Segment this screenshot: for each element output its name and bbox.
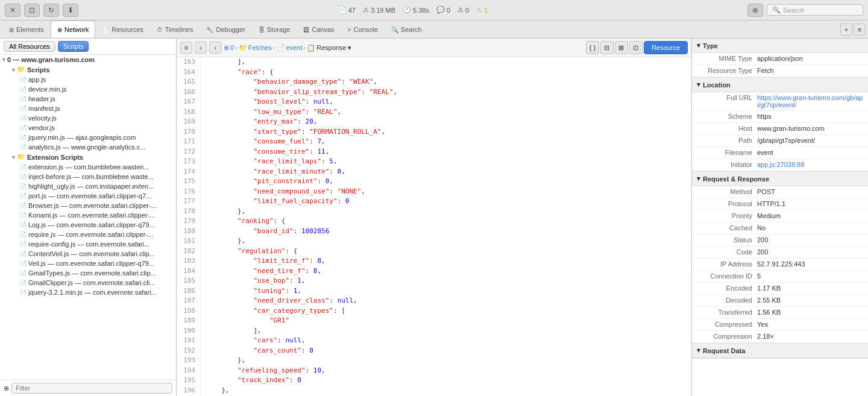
bubble-icon: 💬 <box>436 6 445 14</box>
list-item[interactable]: 📄 device.min.js <box>0 84 176 94</box>
search-box[interactable]: 🔍 Search <box>767 4 863 16</box>
sidebar-root[interactable]: ▾ 0 — www.gran-turismo.com <box>0 55 176 64</box>
list-item[interactable]: 📄 require.js — com.evernote.safari.clipp… <box>0 230 176 239</box>
tab-network[interactable]: ⊕ Network <box>51 20 95 38</box>
list-item[interactable]: 📄 Konami.js — com.evernote.safari.clippe… <box>0 210 176 220</box>
list-item[interactable]: 📄 Browser.js — com.evernote.safari.clipp… <box>0 201 176 210</box>
code-view[interactable]: 163 ],164 "race": {165 "behavior_damage_… <box>177 57 691 396</box>
list-item[interactable]: 📄 GmailClipper.js — com.evernote.safari.… <box>0 278 176 288</box>
error-icon: ⚠ <box>476 6 482 14</box>
layout-btn-1[interactable]: ⊟ <box>600 41 614 54</box>
code-line: 195 "track_index": 0 <box>177 376 691 386</box>
tab-search[interactable]: 🔍 Search <box>385 20 429 38</box>
file-icon: 📄 <box>19 251 27 257</box>
breadcrumb-fetches[interactable]: 📁 Fetches <box>239 44 272 52</box>
tab-storage[interactable]: 🗄 Storage <box>252 20 297 38</box>
list-item[interactable]: 📄 require-config.js — com.evernote.safar… <box>0 239 176 249</box>
layout-btn-2[interactable]: ⊠ <box>615 41 628 54</box>
network-icon: ⊕ <box>57 27 62 33</box>
breadcrumb-event[interactable]: 📄 event <box>277 44 303 52</box>
line-content: "race_limit_minute": 0, <box>206 167 345 177</box>
search-icon: 🔍 <box>772 6 781 14</box>
list-item[interactable]: 📄 velocity.js <box>0 113 176 123</box>
line-number: 190 <box>177 326 201 336</box>
layout-btn-3[interactable]: ⊡ <box>629 41 643 54</box>
list-item[interactable]: 📄 Log.js — com.evernote.safari.clipper-q… <box>0 220 176 230</box>
file-icon: 📄 <box>19 280 27 286</box>
main-layout: All Resources Scripts ▾ 0 — www.gran-tur… <box>0 39 868 396</box>
tab-console[interactable]: > Console <box>341 20 385 38</box>
code-line: 177 "limit_fuel_capacity": 0 <box>177 196 691 207</box>
line-number: 175 <box>177 177 201 187</box>
line-number: 170 <box>177 127 201 137</box>
tab-canvas[interactable]: 🖼 Canvas <box>297 20 341 38</box>
more-tabs-button[interactable]: ≡ <box>854 24 866 36</box>
line-content: }, <box>206 207 245 217</box>
list-item[interactable]: 📄 inject-before.js — com.bumblebee.waste… <box>0 172 176 181</box>
decoded-row: Decoded 2.55 KB <box>692 295 868 307</box>
list-item[interactable]: 📄 jquery.min.js — ajax.googleapis.com <box>0 133 176 142</box>
line-content: }, <box>206 386 230 396</box>
all-resources-button[interactable]: All Resources <box>4 41 55 52</box>
line-content: "race": { <box>206 68 274 78</box>
breadcrumb-response[interactable]: 📋 Response ▾ <box>307 44 351 52</box>
back-button[interactable]: ‹ <box>195 42 207 54</box>
list-item[interactable]: 📄 jquery-3.2.1.min.js — com.evernote.saf… <box>0 288 176 297</box>
sidebar: All Resources Scripts ▾ 0 — www.gran-tur… <box>0 39 177 396</box>
list-item[interactable]: 📄 vendor.js <box>0 123 176 133</box>
tab-resources[interactable]: 📄 Resources <box>95 20 150 38</box>
console-icon: > <box>348 27 351 33</box>
list-item[interactable]: 📄 extension.js — com.bumblebee.wasten... <box>0 162 176 172</box>
globe-button[interactable]: ⊕ <box>747 4 763 17</box>
sidebar-filter: ⊕ <box>0 380 176 396</box>
resource-button[interactable]: Resource <box>644 41 688 54</box>
initiator-row: Initiator app.js:27038:88 <box>692 159 868 171</box>
list-item[interactable]: 📄 manifest.js <box>0 104 176 113</box>
list-item[interactable]: 📄 GmailTypes.js — com.evernote.safari.cl… <box>0 268 176 278</box>
tab-elements[interactable]: ⊞ Elements <box>2 20 51 38</box>
line-content: }, <box>206 236 245 247</box>
line-number: 194 <box>177 366 201 376</box>
line-content: "need_driver_class": null, <box>206 296 357 306</box>
type-section-header[interactable]: ▾ Type <box>692 39 868 53</box>
filter-input[interactable] <box>11 383 172 394</box>
line-number: 174 <box>177 167 201 177</box>
add-tab-button[interactable]: + <box>840 24 852 36</box>
format-button[interactable]: { } <box>586 41 599 54</box>
download-button[interactable]: ⬇ <box>63 4 78 17</box>
req-resp-section-header[interactable]: ▾ Request & Response <box>692 172 868 186</box>
file-size-badge: ⚠ 3.19 MB <box>363 6 395 14</box>
timelines-icon: ⏱ <box>157 27 163 33</box>
tab-debugger[interactable]: 🔧 Debugger <box>200 20 251 38</box>
line-content: "board_id": 1002856 <box>206 227 329 237</box>
file-icon: 📄 <box>19 77 27 83</box>
tab-timelines[interactable]: ⏱ Timelines <box>150 20 200 38</box>
list-item[interactable]: 📄 app.js <box>0 75 176 84</box>
list-item[interactable]: 📄 ContentVeil.js — com.evernote.safari.c… <box>0 249 176 259</box>
location-section-header[interactable]: ▾ Location <box>692 78 868 92</box>
scripts-button[interactable]: Scripts <box>58 41 89 52</box>
warning-size-icon: ⚠ <box>363 6 369 14</box>
content-end-buttons: { } ⊟ ⊠ ⊡ Resource <box>586 41 688 54</box>
scripts-group[interactable]: ▾ 📁 Scripts <box>0 64 176 75</box>
breadcrumb: ⊕ 0 › 📁 Fetches › 📄 event › 📋 Response <box>224 44 351 52</box>
refresh-button[interactable]: ↻ <box>43 4 59 17</box>
list-item[interactable]: 📄 header.js <box>0 94 176 104</box>
list-item[interactable]: 📄 highlight_ugly.js — com.instapaper.ext… <box>0 181 176 191</box>
list-item[interactable]: 📄 analytics.js — www.google-analytics.c.… <box>0 142 176 152</box>
code-line: 165 "behavior_damage_type": "WEAK", <box>177 77 691 87</box>
close-button[interactable]: ✕ <box>5 4 20 17</box>
tile-button[interactable]: ⊡ <box>24 4 40 17</box>
code-line: 193 }, <box>177 356 691 366</box>
ext-scripts-group[interactable]: ▾ 📁 Extension Scripts <box>0 152 176 162</box>
sidebar-toggle-button[interactable]: ≡ <box>180 42 192 54</box>
right-panel: ▾ Type MIME Type application/json Resour… <box>691 39 868 396</box>
root-chevron: ▾ <box>2 57 5 63</box>
time-badge: 🕐 5.38s <box>403 6 429 14</box>
req-data-section-header[interactable]: ▾ Request Data <box>692 344 868 358</box>
code-line: 182 "regulation": { <box>177 247 691 257</box>
list-item[interactable]: 📄 port.js — com.evernote.safari.clipper-… <box>0 191 176 201</box>
forward-button[interactable]: › <box>209 42 221 54</box>
breadcrumb-nav-count[interactable]: ⊕ 0 <box>224 44 234 52</box>
list-item[interactable]: 📄 Veil.js — com.evernote.safari.clipper-… <box>0 259 176 268</box>
